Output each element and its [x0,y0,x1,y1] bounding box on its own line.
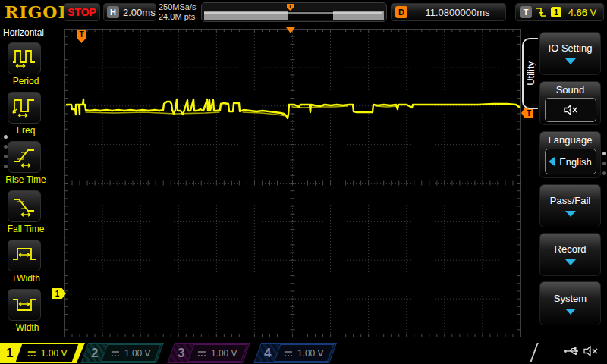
coupling-dc-icon [112,350,121,356]
trigger-level-marker[interactable]: T [521,108,533,118]
menu-record-button[interactable]: Record [539,233,601,276]
trigger-info-button[interactable]: T 1 4.66 V [515,3,604,21]
preview-waveform: T [202,3,386,21]
chevron-down-icon [565,259,576,265]
measure-rise-time-label: Rise Time [0,174,52,185]
measure-fall-time-label: Fall Time [0,224,52,234]
coupling-dc-icon [198,350,207,356]
waveform-preview-bar[interactable]: T [201,2,387,22]
trigger-level-value: 4.66 V [565,7,599,18]
horizontal-timebase-button[interactable]: H 2.00ms [103,3,156,21]
trigger-badge: T [520,6,532,18]
channel-4-status[interactable]: 4 1.00 V [253,343,337,363]
measure-freq-label: Freq [0,125,52,136]
chevron-down-icon [565,309,576,315]
language-value: English [559,156,592,168]
speaker-muted-icon [583,345,599,360]
menu-sound-button[interactable]: Sound [539,81,601,125]
channel-3-scale: 1.00 V [212,348,238,359]
left-sidebar-title: Horizontal [3,27,44,38]
run-state-button[interactable]: STOP [64,3,100,21]
svg-text:T: T [288,4,292,9]
plus-width-icon [11,244,37,267]
rigol-logo: RIGOL [5,2,71,22]
channel-4-scale: 1.00 V [298,348,325,359]
oscilloscope-screen: RIGOL STOP H 2.00ms 250MSa/s 24.0M pts T… [0,0,607,364]
status-area-divider [530,343,538,362]
menu-pass-fail-button[interactable]: Pass/Fail [539,184,601,228]
language-selector[interactable]: English [545,149,596,174]
measure-plus-width-button[interactable] [8,240,41,271]
measure-minus-width-button[interactable] [8,289,41,321]
menu-system-button[interactable]: System [539,281,601,325]
measure-rise-time-button[interactable] [8,141,41,173]
trigger-source-badge: 1 [551,7,561,17]
right-menu-page-dots [602,152,606,181]
speaker-muted-icon [563,104,578,116]
rise-time-icon [11,146,37,168]
measure-period-label: Period [0,76,52,86]
menu-language-button[interactable]: Language English [539,131,601,178]
acquisition-info: 250MSa/s 24.0M pts [159,2,197,22]
memory-depth: 24.0M pts [159,12,197,22]
measure-plus-width-label: +Width [0,273,52,284]
measure-minus-width-label: -Width [0,322,52,333]
chevron-down-icon [565,211,576,217]
sound-toggle[interactable] [545,98,596,122]
measure-fall-time-button[interactable] [8,190,41,222]
measure-freq-button[interactable] [8,92,41,124]
h-badge: H [107,6,119,18]
chevron-left-icon [549,157,555,166]
channel-1-status[interactable]: 1 1.00 V [0,343,85,363]
coupling-dc-icon [285,350,294,356]
chevron-down-icon [565,58,576,64]
trigger-delay-button[interactable]: D 11.0800000ms [391,3,506,21]
channel-2-scale: 1.00 V [125,348,152,359]
coupling-dc-icon [27,350,36,356]
channel-3-status[interactable]: 3 1.00 V [167,343,250,363]
sample-rate: 250MSa/s [159,2,197,12]
channel-1-scale: 1.00 V [41,348,68,359]
period-icon [11,47,37,70]
horizontal-center-marker [286,27,295,33]
minus-width-icon [11,293,37,316]
timebase-value: 2.00ms [123,7,156,18]
measure-period-button[interactable] [8,42,41,74]
utility-menu-tab: Utility [522,38,538,109]
left-menu-page-dots [4,135,8,174]
freq-icon [11,96,37,119]
usb-icon [563,345,581,360]
menu-io-setting-button[interactable]: IO Setting [539,32,601,75]
waveform-trace [86,112,219,114]
fall-time-icon [11,195,37,218]
delay-badge: D [395,6,407,18]
graticule [64,29,521,337]
run-state-label: STOP [68,6,96,18]
delay-value: 11.0800000ms [414,7,502,18]
falling-edge-icon [536,6,547,18]
channel-2-status[interactable]: 2 1.00 V [80,343,164,363]
